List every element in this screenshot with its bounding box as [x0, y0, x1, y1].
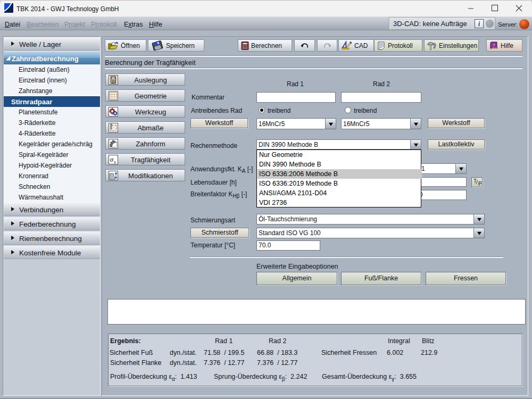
svg-text:?: ? [493, 43, 495, 48]
svg-text:σ: σ [110, 156, 114, 163]
svg-text:x: x [114, 160, 116, 164]
